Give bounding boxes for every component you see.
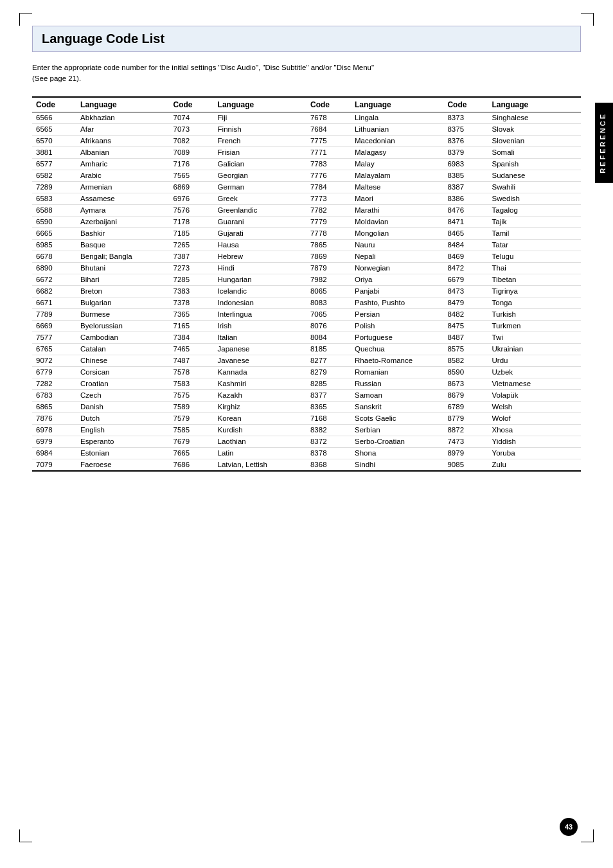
cell-lang-3: Maltese [351, 181, 443, 193]
cell-code-3: 7778 [306, 227, 351, 239]
cell-lang-3: Rhaeto-Romance [351, 355, 443, 366]
cell-lang-3: Quechua [351, 343, 443, 355]
table-row: 6985Basque7265Hausa7865Nauru8484Tatar [32, 239, 581, 251]
cell-code-2: 7185 [169, 227, 213, 239]
cell-lang-4: Thai [488, 262, 581, 274]
cell-code-3: 7982 [306, 274, 351, 285]
cell-lang-2: Latin [214, 447, 306, 459]
cell-lang-3: Nauru [351, 239, 443, 251]
cell-lang-4: Slovak [488, 123, 581, 135]
corner-mark-tl [19, 13, 32, 26]
cell-lang-1: Catalan [76, 343, 169, 355]
cell-code-4: 8471 [443, 216, 488, 227]
cell-code-1: 6665 [32, 227, 76, 239]
cell-code-4: 8472 [443, 262, 488, 274]
cell-code-4: 8476 [443, 204, 488, 216]
cell-lang-4: Telugu [488, 251, 581, 262]
cell-lang-4: Swahili [488, 181, 581, 193]
header-lang-2: Language [214, 97, 306, 112]
cell-code-2: 7589 [169, 401, 213, 412]
cell-code-3: 8277 [306, 355, 351, 366]
cell-lang-3: Scots Gaelic [351, 412, 443, 424]
reference-tab: REFERENCE [595, 103, 613, 183]
cell-code-4: 8469 [443, 251, 488, 262]
cell-code-4: 8465 [443, 227, 488, 239]
table-row: 6890Bhutani7273Hindi7879Norwegian8472Tha… [32, 262, 581, 274]
cell-lang-3: Marathi [351, 204, 443, 216]
page-title: Language Code List [42, 31, 571, 46]
cell-lang-3: Panjabi [351, 285, 443, 297]
cell-lang-4: Turkish [488, 308, 581, 320]
cell-code-2: 7178 [169, 216, 213, 227]
cell-code-2: 7082 [169, 135, 213, 146]
table-row: 9072Chinese7487Javanese8277Rhaeto-Romanc… [32, 355, 581, 366]
page-container: REFERENCE 43 Language Code List Enter th… [0, 0, 613, 868]
cell-lang-3: Persian [351, 308, 443, 320]
header-lang-3: Language [351, 97, 443, 112]
cell-code-2: 7384 [169, 332, 213, 343]
cell-lang-4: Singhalese [488, 112, 581, 123]
table-row: 6682Breton7383Icelandic8065Panjabi8473Ti… [32, 285, 581, 297]
cell-lang-1: Chinese [76, 355, 169, 366]
cell-lang-4: Tonga [488, 297, 581, 308]
cell-lang-2: Hebrew [214, 251, 306, 262]
cell-lang-3: Serbo-Croatian [351, 436, 443, 447]
table-header-row: Code Language Code Language Code Languag… [32, 97, 581, 112]
cell-lang-2: Frisian [214, 146, 306, 158]
cell-lang-3: Nepali [351, 251, 443, 262]
cell-code-1: 7789 [32, 308, 76, 320]
cell-lang-1: Albanian [76, 146, 169, 158]
cell-lang-2: Finnish [214, 123, 306, 135]
cell-code-2: 7383 [169, 285, 213, 297]
table-row: 6678Bengali; Bangla7387Hebrew7869Nepali8… [32, 251, 581, 262]
header-code-1: Code [32, 97, 76, 112]
corner-mark-br [581, 829, 594, 842]
cell-code-4: 8375 [443, 123, 488, 135]
header-code-2: Code [169, 97, 213, 112]
cell-lang-2: Kurdish [214, 424, 306, 436]
cell-lang-1: Bulgarian [76, 297, 169, 308]
language-table-wrapper: Code Language Code Language Code Languag… [32, 96, 581, 472]
cell-lang-2: Hausa [214, 239, 306, 251]
header-lang-4: Language [488, 97, 581, 112]
cell-code-4: 8872 [443, 424, 488, 436]
cell-code-1: 6582 [32, 170, 76, 181]
cell-code-2: 7285 [169, 274, 213, 285]
cell-lang-1: Bhutani [76, 262, 169, 274]
cell-lang-3: Moldavian [351, 216, 443, 227]
cell-lang-1: Breton [76, 285, 169, 297]
cell-lang-1: Azerbaijani [76, 216, 169, 227]
cell-lang-3: Shona [351, 447, 443, 459]
cell-lang-4: Swedish [488, 193, 581, 204]
cell-code-3: 8076 [306, 320, 351, 332]
cell-code-4: 8479 [443, 297, 488, 308]
table-row: 6566Abkhazian7074Fiji7678Lingala8373Sing… [32, 112, 581, 123]
cell-code-4: 8484 [443, 239, 488, 251]
cell-lang-3: Sanskrit [351, 401, 443, 412]
cell-lang-4: Turkmen [488, 320, 581, 332]
cell-lang-3: Malagasy [351, 146, 443, 158]
cell-lang-1: Afrikaans [76, 135, 169, 146]
cell-lang-3: Malayalam [351, 170, 443, 181]
cell-code-1: 6565 [32, 123, 76, 135]
cell-code-4: 7473 [443, 436, 488, 447]
table-row: 6672Bihari7285Hungarian7982Oriya6679Tibe… [32, 274, 581, 285]
cell-code-3: 7678 [306, 112, 351, 123]
cell-lang-2: Latvian, Lettish [214, 459, 306, 471]
cell-lang-1: Armenian [76, 181, 169, 193]
cell-code-4: 8482 [443, 308, 488, 320]
cell-lang-2: Italian [214, 332, 306, 343]
cell-lang-1: Burmese [76, 308, 169, 320]
cell-lang-4: Wolof [488, 412, 581, 424]
cell-code-3: 8372 [306, 436, 351, 447]
cell-code-1: 6577 [32, 158, 76, 170]
table-row: 6779Corsican7578Kannada8279Romanian8590U… [32, 366, 581, 378]
cell-lang-4: Urdu [488, 355, 581, 366]
cell-lang-4: Tajik [488, 216, 581, 227]
cell-code-4: 8590 [443, 366, 488, 378]
cell-lang-4: Spanish [488, 158, 581, 170]
cell-code-1: 6985 [32, 239, 76, 251]
table-row: 6583Assamese6976Greek7773Maori8386Swedis… [32, 193, 581, 204]
cell-code-1: 6682 [32, 285, 76, 297]
cell-lang-3: Samoan [351, 389, 443, 401]
